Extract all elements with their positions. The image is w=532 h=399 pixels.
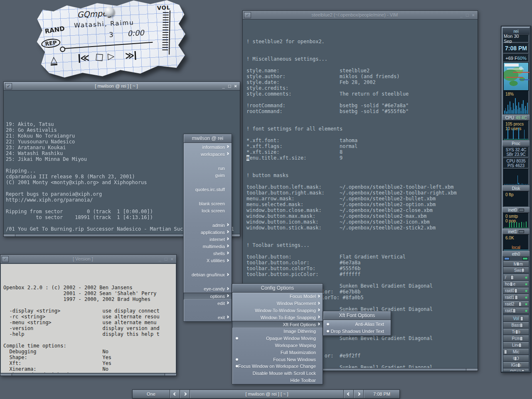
clock-display[interactable]: 7:08 PM (503, 43, 529, 53)
root-menu-item[interactable] (184, 158, 232, 165)
eject-button[interactable]: △ (50, 55, 57, 66)
prev-window-button[interactable] (344, 390, 354, 398)
mem-meter[interactable]: Mem (503, 261, 529, 267)
root-menu-item[interactable]: lock screen (184, 207, 232, 214)
version-titlebar[interactable]: ✓ [ Version ] _ □ × (0, 255, 176, 264)
stop-button[interactable]: □ (95, 52, 104, 62)
minimize-button[interactable]: _ (460, 12, 463, 17)
mixer-slider[interactable]: Line (503, 342, 529, 348)
fs-meter[interactable]: / (503, 274, 529, 281)
root-menu-item[interactable] (184, 193, 232, 200)
version-resize-handle[interactable] (0, 373, 176, 376)
root-menu-item[interactable] (184, 214, 232, 222)
xft-menu-item[interactable]: Anti-Alias Text (323, 320, 391, 328)
config-menu-item[interactable]: Focus Window on Workspace Change (232, 363, 323, 370)
root-menu-item[interactable]: information (184, 143, 232, 150)
date-display[interactable]: Mon 30 Sep (503, 35, 529, 42)
config-menu-item[interactable]: Xft Font Options (232, 321, 323, 328)
fs-meter[interactable]: raid1 (503, 294, 529, 300)
minimize-button[interactable]: _ (222, 84, 225, 89)
fs-meter[interactable]: raid0 (503, 288, 529, 294)
root-menu-item[interactable]: options (184, 293, 232, 300)
disk-label-strip[interactable]: Disk (502, 185, 530, 191)
previous-button[interactable]: ≪ (79, 54, 90, 63)
workspace-label[interactable]: One (133, 390, 170, 398)
inet1-label-strip[interactable]: inet1 (502, 229, 530, 234)
fan-sensors: CPU 8035 P/S 4623 (503, 158, 529, 168)
root-menu-item[interactable]: shells (184, 250, 232, 257)
next-window-button[interactable] (354, 390, 364, 398)
repeat-toggle[interactable]: REP (41, 38, 61, 49)
root-menu-item[interactable]: blank screen (184, 200, 232, 207)
root-menu-item[interactable] (184, 179, 232, 186)
config-menu-item[interactable]: Opaque Window Moving (232, 335, 323, 342)
maximize-button[interactable]: □ (228, 84, 231, 89)
mixer-slider[interactable]: Vol (503, 315, 529, 322)
local-rate: 6.0K (505, 236, 514, 240)
root-menu-item[interactable]: applications (184, 229, 232, 236)
xft-menu-item[interactable]: Drop Shadows Under Text (323, 328, 391, 335)
prev-workspace-button[interactable] (170, 390, 180, 398)
root-menu-item[interactable]: workspaces (184, 150, 232, 158)
seek-bar[interactable] (62, 42, 153, 49)
inet0-label-strip[interactable]: inet0 (502, 207, 530, 213)
stick-button[interactable]: ✓ (244, 12, 251, 18)
config-menu-item[interactable]: Workspace Warping (232, 342, 323, 349)
swap-meter[interactable]: Swap (503, 267, 529, 273)
proc-label-strip[interactable]: Proc (502, 140, 530, 146)
weather-display[interactable]: +69 F 60% (503, 54, 529, 62)
config-menu-item[interactable]: Full Maximization (232, 349, 323, 356)
next-workspace-button[interactable] (180, 390, 190, 398)
next-button[interactable]: ≫ (125, 51, 136, 60)
config-menu-item[interactable]: Window-To-Window Snapping (232, 307, 323, 314)
config-menu-item[interactable]: Window Placement (232, 300, 323, 307)
toolbar-window-title[interactable]: [ mwilson @ rei ] [ ~ ] (190, 390, 344, 398)
close-button[interactable]: × (171, 256, 173, 261)
root-menu-item[interactable]: admin (184, 222, 232, 229)
mixer-slider[interactable]: IGain (503, 362, 529, 368)
config-menu-item[interactable]: Focus Model (232, 293, 323, 300)
close-button[interactable]: × (472, 12, 475, 17)
play-button[interactable]: ▷ (108, 52, 115, 61)
mixer-slider[interactable]: Mic (503, 349, 529, 355)
volume-label: VOL (157, 4, 171, 11)
minimize-button[interactable]: _ (159, 256, 161, 261)
fs-meter[interactable]: raid3 (503, 308, 529, 314)
root-menu-item[interactable]: gvim (184, 172, 232, 179)
random-toggle[interactable]: RAND (44, 25, 65, 35)
close-button[interactable]: × (234, 84, 237, 89)
maximize-button[interactable]: □ (165, 256, 167, 261)
volume-slider[interactable] (162, 12, 169, 50)
root-menu-item[interactable]: multimedia (184, 243, 232, 250)
config-menu-item[interactable]: Window-To-Edge Snapping (232, 314, 323, 321)
mixer-slider[interactable]: Bass (503, 322, 529, 328)
mixer-slider[interactable]: OGain (503, 369, 529, 372)
mixer-slider[interactable]: Treb (503, 329, 529, 335)
mixer-slider[interactable]: CD (503, 355, 529, 362)
terminal-titlebar[interactable]: ✓ [ mwilson @ rei ] [ ~ ] _ □ × (4, 82, 240, 91)
maximize-button[interactable]: □ (466, 12, 469, 17)
stick-button[interactable]: ✓ (5, 83, 12, 89)
root-menu-item[interactable] (184, 278, 232, 286)
root-menu-item[interactable]: run (184, 165, 232, 172)
root-menu-item[interactable]: X utilities (184, 257, 232, 264)
config-menu-item[interactable]: Disable Mouse with Scroll Lock (232, 370, 323, 377)
root-menu-item[interactable]: debian gnu/linux (184, 271, 232, 278)
fs-meter[interactable]: home (503, 281, 529, 287)
config-menu-item[interactable]: Hide Toolbar (232, 377, 323, 384)
fs-meter[interactable]: raid2 (503, 301, 529, 307)
root-menu-item[interactable]: exit (184, 314, 232, 321)
root-menu-item[interactable] (184, 307, 232, 314)
config-menu-item[interactable]: Image Dithering (232, 328, 323, 335)
vim-titlebar[interactable]: ✓ steelblue2 (~/.openbox/people/mine) - … (243, 11, 478, 20)
config-menu-item[interactable]: Focus New Windows (232, 356, 323, 363)
mixer-slider[interactable]: Pcm (503, 335, 529, 342)
root-menu-item[interactable] (184, 264, 232, 271)
stick-button[interactable]: ✓ (2, 256, 9, 262)
root-menu-item[interactable]: eye-candy (184, 286, 232, 293)
root-menu-item[interactable]: quotes.irc.stuff (184, 186, 232, 193)
cpu-label-strip[interactable]: CPU 49.4C (502, 115, 530, 121)
root-menu-item[interactable]: internet (184, 236, 232, 243)
root-menu-item[interactable]: edit (184, 300, 232, 307)
eth0-label-strip[interactable]: eth0 (502, 251, 530, 257)
